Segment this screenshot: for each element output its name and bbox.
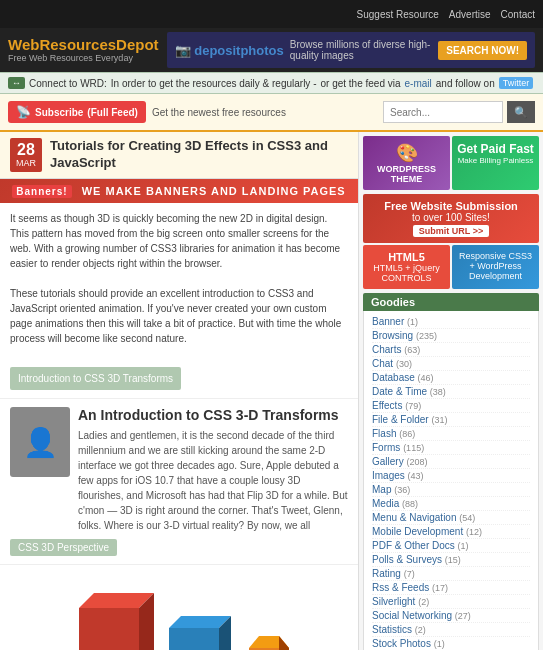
follow-text: and follow on [436,78,495,89]
goodies-list-item[interactable]: Statistics (2) [372,623,530,637]
author-thumbnail [10,407,70,477]
goodies-list-item[interactable]: Browsing (235) [372,329,530,343]
html5-jquery-row: HTML5 HTML5 + jQuery CONTROLS Responsive… [363,245,539,289]
subscribe-box[interactable]: 📡 Subscribe (Full Feed) [8,101,146,123]
search-submit-button[interactable]: 🔍 [507,101,535,123]
goodies-list-item[interactable]: Rss & Feeds (17) [372,581,530,595]
free-website-label: Free Website Submission [369,200,533,212]
responsive-label: Responsive CSS3 + WordPress Development [456,251,535,281]
article2-body: Ladies and gentlemen, it is the second d… [78,428,348,533]
logo-subtitle: Free Web Resources Everyday [8,53,159,63]
date-month: MAR [16,158,36,168]
jquery-label: HTML5 + jQuery CONTROLS [367,263,446,283]
twitter-icon[interactable]: Twitter [499,77,534,89]
content-area: 28 MAR Tutorials for Creating 3D Effects… [0,132,358,650]
connect-bar: ↔ Connect to WRD: In order to get the re… [0,72,543,94]
goodies-list-item[interactable]: Effects (79) [372,399,530,413]
subscribe-bar: 📡 Subscribe (Full Feed) Get the newest f… [0,94,543,132]
css-perspective-link[interactable]: CSS 3D Perspective [10,539,117,556]
free-website-submission-ad[interactable]: Free Website Submission to over 100 Site… [363,194,539,243]
contact-link[interactable]: Contact [501,9,535,20]
submit-url-btn[interactable]: Submit URL >> [413,225,489,237]
connect-icon: ↔ [8,77,25,89]
goodies-list-item[interactable]: Mobile Development (12) [372,525,530,539]
wordpress-theme-ad[interactable]: 🎨 WORDPRESS THEME [363,136,450,190]
goodies-section-title: Goodies [363,293,539,311]
goodies-list-item[interactable]: PDF & Other Docs (1) [372,539,530,553]
goodies-list-item[interactable]: Date & Time (38) [372,385,530,399]
main-wrapper: 28 MAR Tutorials for Creating 3D Effects… [0,132,543,650]
depositphotos-banner[interactable]: 📷 depositphotos Browse millions of diver… [167,32,535,68]
site-logo: WebResourcesDepot [8,37,159,54]
get-paid-fast-ad[interactable]: Get Paid Fast Make Billing Painless [452,136,539,190]
advertise-link[interactable]: Advertise [449,9,491,20]
goodies-list-item[interactable]: Stock Photos (1) [372,637,530,650]
get-paid-label: Get Paid Fast [456,142,535,156]
goodies-list-item[interactable]: Chat (30) [372,357,530,371]
goodies-list-item[interactable]: Gallery (208) [372,455,530,469]
logo-area: WebResourcesDepot Free Web Resources Eve… [8,37,159,64]
article-header: 28 MAR Tutorials for Creating 3D Effects… [0,132,358,179]
demo-3d-section: Beginner's Guide to three.js [0,565,358,650]
goodies-list-item[interactable]: Silverlight (2) [372,595,530,609]
goodies-list-item[interactable]: Social Networking (27) [372,609,530,623]
sidebar-ads-row1: 🎨 WORDPRESS THEME Get Paid Fast Make Bil… [363,136,539,190]
dp-ad-text: Browse millions of diverse high-quality … [290,39,432,61]
goodies-list-item[interactable]: Map (36) [372,483,530,497]
goodies-list-item[interactable]: Forms (115) [372,441,530,455]
search-bar: 🔍 [383,101,535,123]
search-input[interactable] [383,101,503,123]
goodies-list-item[interactable]: Rating (7) [372,567,530,581]
article-body-text1: It seems as though 3D is quickly becomin… [10,211,348,271]
full-feed-label: (Full Feed) [87,107,138,118]
html5-jquery-ad[interactable]: HTML5 HTML5 + jQuery CONTROLS [363,245,450,289]
search-now-button[interactable]: SEARCH NOW! [438,41,527,60]
goodies-list-item[interactable]: Media (88) [372,497,530,511]
top-nav-links: Suggest Resource Advertise Contact [357,9,535,20]
rss-icon: 📡 [16,105,31,119]
billing-label: Make Billing Painless [456,156,535,165]
goodies-list-item[interactable]: Banner (1) [372,315,530,329]
banner-ad[interactable]: Banners! WE MAKE BANNERS AND LANDING PAG… [0,179,358,203]
email-link[interactable]: e-mail [405,78,432,89]
banner-text: WE MAKE BANNERS AND LANDING PAGES [82,185,346,197]
article-body-text2: These tutorials should provide an excell… [10,286,348,346]
connect-middle-text: In order to get the resources daily & re… [111,78,317,89]
goodies-list-item[interactable]: Images (43) [372,469,530,483]
svg-marker-3 [169,628,219,650]
subscribe-text: Get the newest free resources [152,107,377,118]
goodies-list-item[interactable]: Polls & Surveys (15) [372,553,530,567]
article-main-title: Tutorials for Creating 3D Effects in CSS… [50,138,348,172]
top-ad-bar: Suggest Resource Advertise Contact [0,0,543,28]
article-date-badge: 28 MAR [10,138,42,172]
suggest-resource-link[interactable]: Suggest Resource [357,9,439,20]
wordpress-theme-label: WORDPRESS THEME [367,164,446,184]
article-body: It seems as though 3D is quickly becomin… [0,203,358,399]
goodies-list-item[interactable]: Menu & Navigation (54) [372,511,530,525]
banner-tag: Banners! [12,185,71,198]
goodies-list-item[interactable]: Charts (63) [372,343,530,357]
article2-text: An Introduction to CSS 3-D Transforms La… [78,407,348,533]
3d-shapes-svg [59,578,299,650]
responsive-css3-ad[interactable]: Responsive CSS3 + WordPress Development [452,245,539,289]
connect-text: Connect to WRD: [29,78,107,89]
article2-link-row: CSS 3D Perspective [10,539,348,556]
date-day: 28 [16,142,36,158]
subscribe-label: Subscribe [35,107,83,118]
article-title-area: Tutorials for Creating 3D Effects in CSS… [50,138,348,172]
html5-label: HTML5 [367,251,446,263]
dp-logo: 📷 depositphotos [175,43,284,58]
css-3d-intro-link[interactable]: Introduction to CSS 3D Transforms [10,367,181,390]
svg-marker-8 [279,636,289,650]
right-sidebar: 🎨 WORDPRESS THEME Get Paid Fast Make Bil… [358,132,543,650]
goodies-list: Banner (1)Browsing (235)Charts (63)Chat … [363,311,539,650]
goodies-list-item[interactable]: File & Folder (31) [372,413,530,427]
svg-marker-0 [79,608,139,650]
article2-title: An Introduction to CSS 3-D Transforms [78,407,348,424]
article2-content: An Introduction to CSS 3-D Transforms La… [10,407,348,533]
article2-section: An Introduction to CSS 3-D Transforms La… [0,399,358,565]
goodies-list-item[interactable]: Flash (86) [372,427,530,441]
site-header: WebResourcesDepot Free Web Resources Eve… [0,28,543,72]
3d-demo-canvas [10,573,348,650]
goodies-list-item[interactable]: Database (46) [372,371,530,385]
